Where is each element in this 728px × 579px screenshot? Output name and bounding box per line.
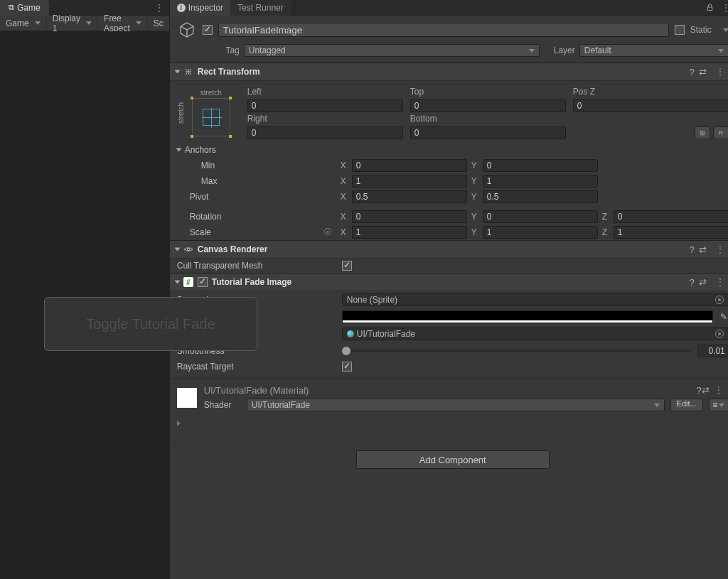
- tab-inspector[interactable]: i Inspector: [170, 0, 230, 16]
- blueprint-mode-button[interactable]: ⊞: [695, 126, 710, 139]
- rotation-x[interactable]: [352, 210, 467, 223]
- eyedropper-icon[interactable]: ✎: [719, 312, 728, 322]
- help-icon[interactable]: ?: [690, 277, 695, 288]
- game-tab-bar: ⧉ Game ⋮: [0, 0, 169, 16]
- static-checkbox[interactable]: [675, 25, 685, 35]
- left-label: Left: [247, 87, 403, 98]
- inspector-options-icon[interactable]: ⋮: [717, 2, 728, 13]
- gameobject-enabled-checkbox[interactable]: [203, 25, 213, 35]
- shader-edit-button[interactable]: Edit...: [670, 399, 703, 411]
- scale-y[interactable]: [483, 226, 598, 239]
- anchor-hlabel: stretch: [200, 89, 222, 97]
- game-panel: ⧉ Game ⋮ Game Display 1 Free Aspect Sc T…: [0, 0, 169, 579]
- lock-icon[interactable]: [703, 4, 717, 11]
- display-dropdown[interactable]: Display 1: [47, 16, 98, 31]
- expand-toggle-icon: [174, 281, 180, 284]
- pivot-x[interactable]: [352, 190, 467, 203]
- material-title: UI/TutorialFade (Material): [204, 385, 309, 396]
- preset-icon[interactable]: ⇄: [699, 277, 707, 288]
- rotation-y[interactable]: [483, 210, 598, 223]
- object-picker-icon[interactable]: [715, 330, 724, 338]
- anchor-vlabel: stretch: [177, 102, 185, 124]
- color-field[interactable]: [342, 310, 713, 323]
- tutorial-fade-image-header[interactable]: # Tutorial Fade Image ? ⇄ ⋮: [170, 273, 728, 291]
- anchor-min-y[interactable]: [483, 159, 598, 172]
- material-field[interactable]: UI/TutorialFade: [342, 328, 728, 340]
- source-image-field[interactable]: None (Sprite): [342, 293, 728, 306]
- preset-icon[interactable]: ⇄: [699, 67, 707, 77]
- anchor-min-x[interactable]: [352, 159, 467, 172]
- gameobject-name-input[interactable]: [218, 23, 669, 37]
- expand-toggle-icon[interactable]: [176, 148, 181, 152]
- scale-x[interactable]: [352, 226, 467, 239]
- script-icon: #: [183, 277, 193, 287]
- help-icon[interactable]: ?: [690, 67, 695, 77]
- canvas-renderer-header[interactable]: Canvas Renderer ? ⇄ ⋮: [170, 240, 728, 259]
- component-menu-icon[interactable]: ⋮: [711, 66, 728, 77]
- shader-menu-button[interactable]: ≡: [709, 399, 728, 411]
- shader-label: Shader: [204, 400, 241, 410]
- scale-label: Sc: [148, 16, 169, 31]
- shader-dropdown[interactable]: UI/TutorialFade: [247, 399, 665, 411]
- raycast-checkbox[interactable]: [342, 362, 352, 372]
- constrain-icon[interactable]: ⦿: [323, 227, 332, 237]
- preset-icon[interactable]: ⇄: [702, 385, 710, 396]
- tab-test-runner[interactable]: Test Runner: [230, 0, 291, 16]
- posz-label: Pos Z: [573, 87, 728, 98]
- right-label: Right: [247, 114, 403, 125]
- rotation-z[interactable]: [614, 210, 728, 223]
- inspector-tab-bar: i Inspector Test Runner ⋮: [170, 0, 728, 16]
- component-enabled-checkbox[interactable]: [198, 277, 208, 287]
- game-toolbar: Game Display 1 Free Aspect Sc: [0, 16, 169, 31]
- anchor-max-y[interactable]: [483, 175, 598, 188]
- object-picker-icon[interactable]: [715, 296, 724, 304]
- top-field[interactable]: [410, 99, 566, 112]
- toggle-tutorial-fade-button[interactable]: Toggle Tutorial Fade: [44, 297, 257, 351]
- expand-toggle-icon: [174, 70, 180, 74]
- gameobject-icon[interactable]: [177, 20, 197, 40]
- component-menu-icon[interactable]: ⋮: [711, 244, 728, 255]
- canvas-renderer-icon: [183, 244, 193, 254]
- tutorial-fade-image-title: Tutorial Fade Image: [212, 277, 291, 287]
- material-icon: [347, 330, 354, 337]
- help-icon[interactable]: ?: [690, 244, 695, 255]
- cull-checkbox[interactable]: [342, 261, 352, 271]
- rect-transform-header[interactable]: Rect Transform ? ⇄ ⋮: [170, 63, 728, 81]
- component-menu-icon[interactable]: ⋮: [710, 384, 728, 396]
- tag-label: Tag: [215, 45, 240, 55]
- posz-field[interactable]: [573, 99, 728, 112]
- scale-label: Scale: [190, 227, 211, 237]
- pivot-label: Pivot: [177, 192, 336, 202]
- rect-transform-icon: [183, 67, 193, 77]
- anchor-max-x[interactable]: [352, 175, 467, 188]
- min-label: Min: [177, 161, 336, 171]
- top-label: Top: [410, 87, 566, 98]
- tab-options-icon[interactable]: ⋮: [150, 2, 169, 13]
- component-menu-icon[interactable]: ⋮: [711, 276, 728, 288]
- scale-z[interactable]: [614, 226, 728, 239]
- right-field[interactable]: [247, 126, 403, 139]
- anchor-preset-button[interactable]: [192, 98, 230, 136]
- chevron-down-icon[interactable]: [723, 28, 728, 32]
- smoothness-value[interactable]: [697, 345, 728, 357]
- pivot-y[interactable]: [483, 190, 598, 203]
- layer-dropdown[interactable]: Default: [579, 44, 728, 57]
- canvas-renderer-title: Canvas Renderer: [198, 244, 268, 254]
- bottom-field[interactable]: [410, 126, 566, 139]
- smoothness-slider[interactable]: [342, 350, 692, 352]
- expand-toggle-icon[interactable]: [177, 421, 181, 426]
- bottom-label: Bottom: [410, 114, 566, 125]
- preset-icon[interactable]: ⇄: [699, 244, 707, 255]
- tab-game-label: Game: [17, 3, 41, 13]
- add-component-button[interactable]: Add Component: [356, 450, 550, 469]
- camera-dropdown[interactable]: Game: [0, 16, 47, 31]
- material-swatch[interactable]: [177, 388, 197, 408]
- svg-point-0: [187, 248, 190, 251]
- left-field[interactable]: [247, 99, 403, 112]
- tab-game[interactable]: ⧉ Game: [0, 0, 49, 16]
- chevron-down-icon: [529, 49, 535, 53]
- help-icon[interactable]: ?: [697, 385, 702, 396]
- tag-dropdown[interactable]: Untagged: [244, 44, 540, 57]
- aspect-dropdown[interactable]: Free Aspect: [98, 16, 148, 31]
- raw-edit-button[interactable]: R: [713, 126, 728, 139]
